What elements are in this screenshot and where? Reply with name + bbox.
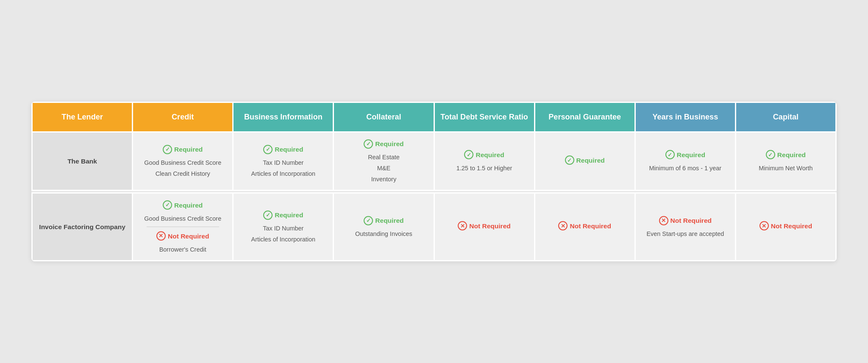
ifc-personal-cell: ✕ Not Required bbox=[534, 193, 635, 261]
check-icon: ✓ bbox=[263, 145, 273, 154]
x-icon: ✕ bbox=[458, 221, 467, 230]
check-icon: ✓ bbox=[665, 150, 675, 159]
ifc-years-detail1: Even Start-ups are accepted bbox=[640, 230, 731, 239]
check-icon: ✓ bbox=[163, 145, 172, 154]
ifc-credit-notreq-label: Not Required bbox=[168, 231, 209, 241]
check-icon: ✓ bbox=[464, 150, 473, 159]
col-header-bizinfo: Business Information bbox=[233, 102, 334, 132]
ifc-credit-req-detail1: Good Business Credit Score bbox=[137, 214, 228, 224]
bank-personal-badge: ✓ Required bbox=[565, 155, 605, 165]
ifc-capital-label: Not Required bbox=[771, 221, 812, 231]
bank-credit-badge: ✓ Required bbox=[163, 144, 203, 154]
bank-years-badge: ✓ Required bbox=[665, 150, 705, 160]
col-header-personal: Personal Guarantee bbox=[534, 102, 635, 132]
col-header-years: Years in Business bbox=[635, 102, 735, 132]
bank-personal-cell: ✓ Required bbox=[534, 132, 635, 191]
bank-capital-detail1: Minimum Net Worth bbox=[740, 164, 831, 173]
bank-bizinfo-label: Required bbox=[275, 144, 303, 154]
lender-name-bank: The Bank bbox=[32, 132, 133, 191]
check-icon: ✓ bbox=[364, 216, 373, 225]
ifc-collat-label: Required bbox=[375, 216, 403, 225]
x-icon: ✕ bbox=[558, 221, 568, 230]
ifc-bizinfo-detail2: Articles of Incorporation bbox=[238, 235, 328, 244]
bank-capital-badge: ✓ Required bbox=[766, 150, 806, 160]
bank-bizinfo-badge: ✓ Required bbox=[263, 144, 303, 154]
col-header-tdsr: Total Debt Service Ratio bbox=[434, 102, 534, 132]
table-row: The Bank ✓ Required Good Business Credit… bbox=[32, 132, 836, 191]
bank-bizinfo-detail2: Articles of Incorporation bbox=[238, 169, 328, 179]
lender-name-ifc: Invoice Factoring Company bbox=[32, 193, 133, 261]
ifc-credit-req-label: Required bbox=[174, 200, 203, 210]
ifc-collat-detail1: Outstanding Invoices bbox=[338, 230, 429, 239]
check-icon: ✓ bbox=[263, 211, 273, 220]
bank-credit-detail2: Clean Credit History bbox=[137, 169, 228, 179]
check-icon: ✓ bbox=[565, 155, 574, 165]
ifc-personal-badge: ✕ Not Required bbox=[558, 221, 611, 231]
col-header-lender: The Lender bbox=[32, 102, 133, 132]
bank-credit-cell: ✓ Required Good Business Credit Score Cl… bbox=[133, 132, 233, 191]
bank-collat-detail1: Real Estate bbox=[338, 153, 429, 162]
col-header-collat: Collateral bbox=[334, 102, 434, 132]
ifc-bizinfo-badge: ✓ Required bbox=[263, 210, 303, 220]
bank-collat-badge: ✓ Required bbox=[364, 139, 403, 149]
ifc-bizinfo-cell: ✓ Required Tax ID Number Articles of Inc… bbox=[233, 193, 334, 261]
ifc-tdsr-label: Not Required bbox=[469, 221, 510, 231]
ifc-years-cell: ✕ Not Required Even Start-ups are accept… bbox=[635, 193, 735, 261]
bank-tdsr-badge: ✓ Required bbox=[464, 150, 504, 160]
table-row: Invoice Factoring Company ✓ Required Goo… bbox=[32, 193, 836, 261]
bank-years-detail1: Minimum of 6 mos - 1 year bbox=[640, 164, 731, 173]
bank-credit-detail1: Good Business Credit Score bbox=[137, 158, 228, 168]
x-icon: ✕ bbox=[760, 221, 769, 230]
col-header-credit: Credit bbox=[133, 102, 233, 132]
bank-bizinfo-detail1: Tax ID Number bbox=[238, 158, 328, 168]
comparison-table: The Lender Credit Business Information C… bbox=[31, 102, 837, 262]
x-icon: ✕ bbox=[659, 216, 668, 225]
ifc-capital-cell: ✕ Not Required bbox=[735, 193, 836, 261]
ifc-credit-notreq-detail1: Borrower's Credit bbox=[137, 245, 228, 255]
bank-capital-label: Required bbox=[777, 150, 806, 160]
ifc-bizinfo-label: Required bbox=[275, 210, 303, 220]
ifc-credit-req-badge: ✓ Required bbox=[163, 200, 203, 210]
ifc-personal-label: Not Required bbox=[570, 221, 611, 231]
bank-tdsr-cell: ✓ Required 1.25 to 1.5 or Higher bbox=[434, 132, 534, 191]
bank-collat-detail3: Inventory bbox=[338, 175, 429, 184]
ifc-credit-notreq-badge: ✕ Not Required bbox=[156, 231, 209, 241]
ifc-bizinfo-detail1: Tax ID Number bbox=[238, 224, 328, 233]
bank-credit-label: Required bbox=[174, 144, 203, 154]
ifc-tdsr-badge: ✕ Not Required bbox=[458, 221, 510, 231]
bank-capital-cell: ✓ Required Minimum Net Worth bbox=[735, 132, 836, 191]
ifc-collat-badge: ✓ Required bbox=[364, 216, 403, 225]
check-icon: ✓ bbox=[364, 139, 373, 149]
ifc-years-badge: ✕ Not Required bbox=[659, 216, 712, 225]
bank-personal-label: Required bbox=[576, 155, 605, 165]
section-divider bbox=[147, 227, 219, 227]
bank-collat-cell: ✓ Required Real Estate M&E Inventory bbox=[334, 132, 434, 191]
bank-years-cell: ✓ Required Minimum of 6 mos - 1 year bbox=[635, 132, 735, 191]
bank-years-label: Required bbox=[677, 150, 705, 160]
bank-collat-label: Required bbox=[375, 139, 403, 149]
x-icon: ✕ bbox=[156, 231, 166, 241]
ifc-tdsr-cell: ✕ Not Required bbox=[434, 193, 534, 261]
ifc-capital-badge: ✕ Not Required bbox=[760, 221, 812, 231]
check-icon: ✓ bbox=[766, 150, 775, 159]
ifc-collat-cell: ✓ Required Outstanding Invoices bbox=[334, 193, 434, 261]
bank-tdsr-detail1: 1.25 to 1.5 or Higher bbox=[439, 164, 530, 173]
check-icon: ✓ bbox=[163, 200, 172, 210]
bank-bizinfo-cell: ✓ Required Tax ID Number Articles of Inc… bbox=[233, 132, 334, 191]
ifc-credit-cell: ✓ Required Good Business Credit Score ✕ … bbox=[133, 193, 233, 261]
col-header-capital: Capital bbox=[735, 102, 836, 132]
bank-tdsr-label: Required bbox=[476, 150, 504, 160]
ifc-years-label: Not Required bbox=[670, 216, 712, 225]
bank-collat-detail2: M&E bbox=[338, 164, 429, 173]
